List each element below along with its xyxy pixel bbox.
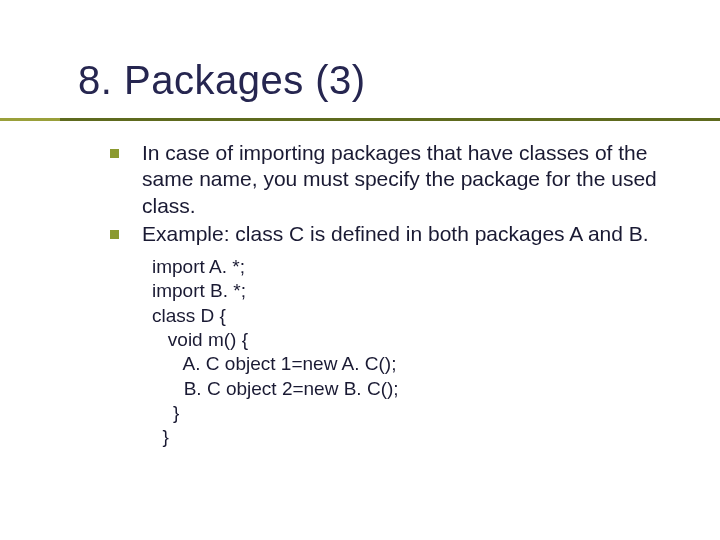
slide-body: In case of importing packages that have … bbox=[110, 140, 670, 450]
bullet-text: Example: class C is defined in both pack… bbox=[142, 222, 649, 245]
bullet-square-icon bbox=[110, 149, 119, 158]
slide: 8. Packages (3) In case of importing pac… bbox=[0, 0, 720, 540]
bullet-item: In case of importing packages that have … bbox=[110, 140, 670, 219]
title-underline bbox=[0, 118, 720, 121]
bullet-square-icon bbox=[110, 230, 119, 239]
bullet-text: In case of importing packages that have … bbox=[142, 141, 657, 217]
slide-title: 8. Packages (3) bbox=[78, 58, 366, 103]
code-block: import A. *; import B. *; class D { void… bbox=[152, 255, 670, 450]
bullet-item: Example: class C is defined in both pack… bbox=[110, 221, 670, 247]
